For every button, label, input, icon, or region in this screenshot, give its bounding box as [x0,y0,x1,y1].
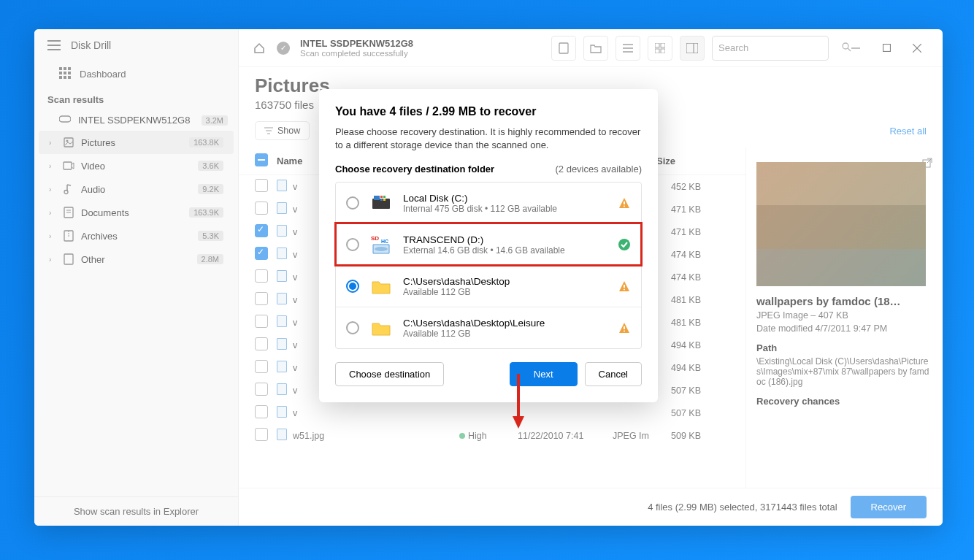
svg-point-51 [375,247,388,251]
app-window: Disk Drill Dashboard Scan results INTEL … [34,29,943,526]
cancel-button[interactable]: Cancel [585,362,642,386]
svg-point-56 [624,331,625,332]
destination-option[interactable]: C:\Users\dasha\Desktop\Leisure Available… [336,307,641,348]
modal-title: You have 4 files / 2.99 MB to recover [335,105,642,118]
destination-radio[interactable] [346,196,359,210]
dest-label: Choose recovery destination folder [335,164,494,174]
drive-icon [369,191,393,215]
destination-radio[interactable] [346,321,359,334]
choose-destination-button[interactable]: Choose destination [335,362,444,386]
drive-icon: SDHC [369,233,393,256]
svg-text:HC: HC [381,239,388,244]
svg-point-48 [624,206,625,207]
destination-radio[interactable] [346,280,359,293]
destination-name: C:\Users\dasha\Desktop\Leisure [403,318,607,329]
svg-rect-43 [380,196,383,198]
svg-rect-44 [383,196,386,198]
destination-status-icon [618,280,631,293]
svg-marker-58 [513,416,524,429]
dest-count: (2 devices available) [555,164,642,174]
destination-status-icon [618,196,631,210]
destination-status-icon [618,321,631,334]
destination-detail: Internal 475 GB disk • 112 GB available [403,204,607,214]
drive-icon [369,316,393,340]
destination-detail: External 14.6 GB disk • 14.6 GB availabl… [403,245,607,256]
destination-name: Local Disk (C:) [403,193,607,204]
svg-point-54 [624,289,625,291]
svg-point-52 [618,239,630,250]
destination-radio[interactable] [346,238,359,251]
recovery-destination-modal: You have 4 files / 2.99 MB to recover Pl… [319,89,658,402]
destination-name: C:\Users\dasha\Desktop [403,276,607,287]
destination-option[interactable]: C:\Users\dasha\Desktop Available 112 GB [336,265,641,307]
modal-description: Please choose recovery destination. It i… [335,126,642,152]
destination-name: TRANSCEND (D:) [403,234,607,245]
next-button[interactable]: Next [510,362,578,386]
svg-text:SD: SD [371,235,379,242]
destination-status-icon [618,238,631,251]
destination-option[interactable]: Local Disk (C:) Internal 475 GB disk • 1… [336,183,641,223]
svg-rect-42 [374,196,380,200]
destination-option[interactable]: SDHC TRANSCEND (D:) External 14.6 GB dis… [336,223,641,265]
destination-list: Local Disk (C:) Internal 475 GB disk • 1… [335,182,642,349]
modal-overlay: You have 4 files / 2.99 MB to recover Pl… [34,29,943,526]
svg-rect-46 [383,199,386,201]
destination-detail: Available 112 GB [403,287,607,297]
drive-icon [369,275,393,298]
svg-rect-45 [380,199,383,201]
destination-detail: Available 112 GB [403,329,607,339]
